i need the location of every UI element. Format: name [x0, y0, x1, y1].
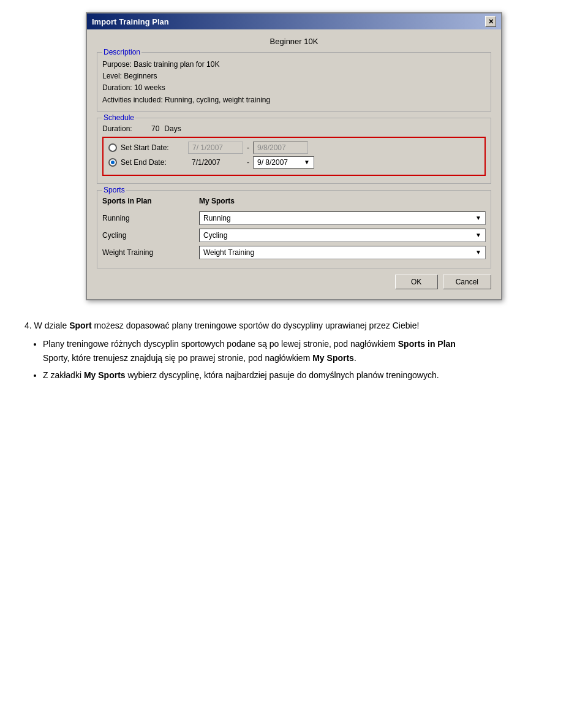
bullet2-suffix: . — [354, 353, 356, 363]
cycling-dropdown-arrow[interactable]: ▼ — [475, 232, 481, 238]
date-section: Set Start Date: 7/ 1/2007 - 9/8/2007 Set… — [102, 137, 486, 176]
text-content: 4. W dziale Sport możesz dopasować plany… — [24, 319, 564, 387]
sports-headers: Sports in Plan My Sports — [102, 197, 486, 208]
sports-label: Sports — [102, 186, 126, 194]
bullet3-suffix: wybierz dyscyplinę, która najbardziej pa… — [126, 370, 439, 380]
sport-select-cycling[interactable]: Cycling ▼ — [199, 229, 486, 242]
sports-col2-header: My Sports — [199, 197, 486, 205]
sports-col1-header: Sports in Plan — [102, 197, 194, 205]
end-date-label: Set End Date: — [121, 158, 188, 167]
desc-line-4: Activities included: Running, cycling, w… — [102, 94, 486, 106]
para1-mid: możesz dopasować plany treningowe sportó… — [92, 321, 420, 330]
schedule-label: Schedule — [102, 113, 135, 122]
sports-content: Sports in Plan My Sports Running Running… — [102, 197, 486, 259]
end-date-dropdown-arrow[interactable]: ▼ — [304, 159, 310, 165]
close-button[interactable]: ✕ — [485, 16, 496, 27]
bullet-3: Z zakładki My Sports wybierz dyscyplinę,… — [43, 368, 564, 382]
bullet2-bold: My Sports — [312, 353, 354, 363]
sport-row-weight-training: Weight Training Weight Training ▼ — [102, 246, 486, 259]
para1-prefix: 4. W dziale — [24, 321, 69, 330]
sport-plan-running: Running — [102, 213, 194, 224]
duration-label: Duration: — [102, 124, 151, 133]
start-date-separator: - — [247, 143, 249, 152]
duration-value: 70 — [151, 124, 159, 133]
bullet-1: Plany treningowe różnych dyscyplin sport… — [43, 337, 564, 365]
dialog-buttons: OK Cancel — [97, 275, 491, 292]
end-date-to-input[interactable]: 9/ 8/2007 ▼ — [253, 156, 314, 169]
start-date-to-input[interactable]: 9/8/2007 — [253, 142, 308, 154]
duration-unit: Days — [164, 124, 181, 133]
schedule-group: Schedule Duration: 70 Days Se — [97, 118, 491, 184]
description-group: Description Purpose: Basic training plan… — [97, 52, 491, 112]
bullet1-bold: Sports in Plan — [398, 339, 456, 349]
sports-group: Sports Sports in Plan My Sports Running … — [97, 190, 491, 268]
start-date-from-input[interactable]: 7/ 1/2007 — [188, 142, 243, 154]
description-content: Purpose: Basic training plan for 10K Lev… — [102, 59, 486, 106]
desc-line-1: Purpose: Basic training plan for 10K — [102, 59, 486, 70]
import-training-plan-dialog: Import Training Plan ✕ Beginner 10K Desc… — [86, 12, 502, 300]
desc-line-3: Duration: 10 weeks — [102, 82, 486, 94]
sport-row-running: Running Running ▼ — [102, 211, 486, 225]
end-date-row: Set End Date: 7/1/2007 - 9/ 8/2007 ▼ — [108, 156, 480, 169]
sport-my-running: Running ▼ — [199, 211, 486, 225]
paragraph-1: 4. W dziale Sport możesz dopasować plany… — [24, 319, 564, 332]
end-date-separator: - — [247, 158, 249, 167]
bullet2-prefix: Sporty, które trenujesz znajdują się po … — [43, 353, 312, 363]
start-date-label: Set Start Date: — [121, 143, 188, 152]
dialog-title: Import Training Plan — [92, 17, 169, 26]
close-icon: ✕ — [488, 18, 494, 26]
end-date-from-input[interactable]: 7/1/2007 — [188, 157, 243, 168]
bullet-list: Plany treningowe różnych dyscyplin sport… — [43, 337, 564, 382]
sport-row-cycling: Cycling Cycling ▼ — [102, 229, 486, 242]
desc-line-2: Level: Beginners — [102, 70, 486, 82]
sport-plan-cycling: Cycling — [102, 230, 194, 241]
weight-training-dropdown-arrow[interactable]: ▼ — [475, 249, 481, 256]
dialog-body: Beginner 10K Description Purpose: Basic … — [87, 29, 501, 299]
para1-bold1: Sport — [69, 321, 92, 330]
radio-inner — [111, 161, 115, 164]
duration-row: Duration: 70 Days — [102, 124, 486, 133]
sport-plan-weight-training: Weight Training — [102, 247, 194, 258]
end-date-radio[interactable] — [108, 158, 117, 167]
bullet1-prefix: Plany treningowe różnych dyscyplin sport… — [43, 339, 398, 349]
cancel-button[interactable]: Cancel — [443, 275, 491, 289]
sport-select-running[interactable]: Running ▼ — [199, 211, 486, 225]
schedule-content: Duration: 70 Days Set Start Date: 7/ 1/2… — [102, 124, 486, 176]
start-date-row: Set Start Date: 7/ 1/2007 - 9/8/2007 — [108, 142, 480, 154]
dialog-titlebar: Import Training Plan ✕ — [87, 13, 501, 29]
sport-select-weight-training[interactable]: Weight Training ▼ — [199, 246, 486, 259]
running-dropdown-arrow[interactable]: ▼ — [475, 215, 481, 221]
description-label: Description — [102, 48, 141, 56]
sport-my-weight-training: Weight Training ▼ — [199, 246, 486, 259]
bullet3-prefix: Z zakładki — [43, 370, 84, 380]
plan-title: Beginner 10K — [97, 37, 491, 46]
ok-button[interactable]: OK — [395, 275, 438, 289]
sport-my-cycling: Cycling ▼ — [199, 229, 486, 242]
bullet3-bold: My Sports — [84, 370, 126, 380]
start-date-radio[interactable] — [108, 143, 117, 152]
